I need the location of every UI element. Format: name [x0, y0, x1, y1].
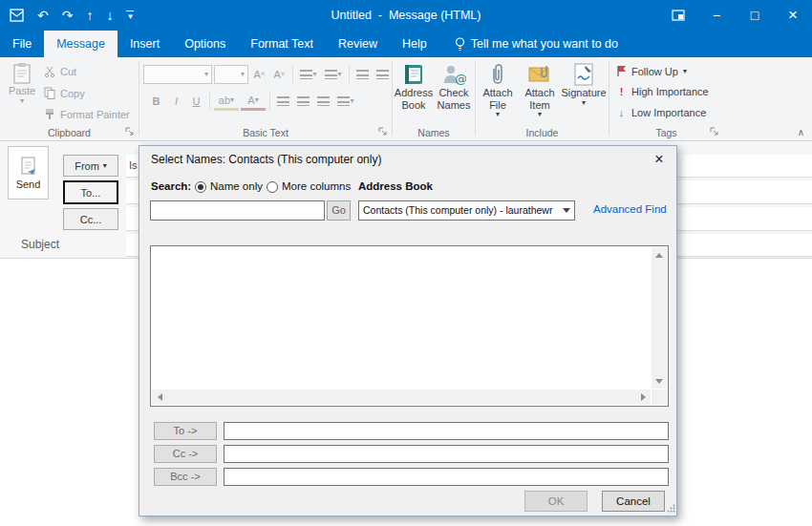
- contacts-list[interactable]: [150, 245, 669, 407]
- paragraph-dropdown-icon: ▾: [350, 97, 353, 105]
- underline-button[interactable]: U: [187, 92, 205, 111]
- high-importance-button[interactable]: ! High Importance: [616, 86, 709, 97]
- high-importance-icon: !: [616, 86, 627, 97]
- attach-item-button[interactable]: Attach Item ▾: [520, 62, 560, 129]
- scrollbar-corner: [652, 389, 667, 405]
- advanced-find-link[interactable]: Advanced Find: [593, 203, 667, 215]
- bold-button[interactable]: B: [147, 92, 165, 111]
- maximize-button[interactable]: □: [736, 0, 774, 31]
- address-book-label: Address Book: [395, 87, 433, 111]
- tell-me-box[interactable]: Tell me what you want to do: [455, 31, 618, 57]
- signature-button[interactable]: Signature ▾: [562, 62, 606, 129]
- go-button[interactable]: Go: [327, 200, 351, 221]
- high-importance-label: High Importance: [631, 86, 709, 97]
- paste-label: Paste: [9, 85, 35, 97]
- highlight-button[interactable]: ab▾: [214, 92, 239, 111]
- send-button[interactable]: Send: [8, 146, 49, 200]
- attach-file-button[interactable]: Attach File ▾: [478, 62, 518, 129]
- align-right-button[interactable]: [314, 92, 332, 111]
- italic-button[interactable]: I: [167, 92, 185, 111]
- address-book-button[interactable]: Address Book: [395, 62, 433, 129]
- address-book-dropdown-icon[interactable]: [559, 201, 574, 220]
- resize-grip[interactable]: [667, 503, 675, 515]
- format-painter-button[interactable]: Format Painter: [44, 108, 130, 120]
- tab-message[interactable]: Message: [44, 31, 118, 57]
- paste-icon: [12, 62, 32, 85]
- collapse-ribbon-button[interactable]: ∧: [798, 127, 804, 137]
- paste-button[interactable]: Paste ▾: [4, 62, 40, 129]
- dialog-close-button[interactable]: ×: [642, 146, 676, 173]
- bcc-arrow-button[interactable]: Bcc ->: [154, 468, 217, 486]
- cc-arrow-button[interactable]: Cc ->: [154, 445, 217, 463]
- tab-review[interactable]: Review: [326, 31, 390, 57]
- scroll-left-button[interactable]: [152, 389, 167, 405]
- paragraph-more-button[interactable]: ▾: [334, 92, 357, 111]
- send-icon: [20, 157, 37, 176]
- display-settings-icon[interactable]: [659, 0, 697, 31]
- low-importance-button[interactable]: ↓ Low Importance: [616, 107, 706, 118]
- clipboard-group-label: Clipboard: [0, 127, 139, 138]
- dialog-title-bar[interactable]: Select Names: Contacts (This computer on…: [139, 146, 676, 173]
- bullets-button[interactable]: ▾: [297, 65, 320, 84]
- tab-format-text[interactable]: Format Text: [238, 31, 326, 57]
- signature-label: Signature: [561, 87, 606, 99]
- font-color-button[interactable]: A▾: [241, 92, 266, 111]
- address-book-value: Contacts (This computer only) - laurathe…: [363, 204, 552, 216]
- tab-options[interactable]: Options: [172, 31, 238, 57]
- increase-indent-button[interactable]: [374, 65, 392, 84]
- scroll-right-button[interactable]: [635, 389, 651, 405]
- more-columns-radio[interactable]: [267, 181, 278, 193]
- cancel-button[interactable]: Cancel: [602, 491, 665, 512]
- basic-text-dialog-launcher[interactable]: [378, 127, 389, 137]
- to-button[interactable]: To...: [63, 180, 118, 204]
- font-name-combo[interactable]: ▾: [143, 65, 212, 84]
- copy-label: Copy: [60, 88, 85, 99]
- more-columns-label: More columns: [282, 180, 351, 192]
- horizontal-scrollbar[interactable]: [152, 389, 651, 405]
- grow-font-button[interactable]: A˄: [250, 65, 268, 84]
- cc-button[interactable]: Cc...: [63, 208, 118, 230]
- cc-recipients-input[interactable]: [224, 445, 669, 463]
- from-dropdown-icon: ▾: [103, 162, 107, 170]
- tags-dialog-launcher[interactable]: [710, 127, 720, 137]
- decrease-indent-button[interactable]: [353, 65, 372, 84]
- tab-insert[interactable]: Insert: [118, 31, 172, 57]
- follow-up-button[interactable]: Follow Up ▾: [616, 65, 687, 77]
- name-only-radio[interactable]: [195, 181, 206, 193]
- clipboard-dialog-launcher[interactable]: [125, 127, 136, 137]
- to-arrow-button[interactable]: To ->: [154, 422, 217, 440]
- justify-icon: [337, 96, 350, 106]
- tell-me-label: Tell me what you want to do: [471, 37, 618, 51]
- numbered-list-icon: [325, 70, 337, 79]
- numbering-button[interactable]: ▾: [322, 65, 345, 84]
- align-center-button[interactable]: [294, 92, 312, 111]
- bcc-recipients-input[interactable]: [224, 468, 669, 486]
- vertical-scrollbar[interactable]: [652, 247, 667, 389]
- font-size-dropdown-icon: ▾: [241, 71, 245, 78]
- scroll-up-button[interactable]: [652, 247, 667, 263]
- font-size-combo[interactable]: ▾: [214, 65, 248, 84]
- bold-glyph: B: [153, 95, 160, 107]
- flag-icon: [616, 65, 627, 77]
- to-recipients-input[interactable]: [224, 422, 669, 440]
- search-input[interactable]: [150, 200, 325, 221]
- address-book-select[interactable]: Contacts (This computer only) - laurathe…: [358, 200, 575, 221]
- from-button[interactable]: From ▾: [63, 155, 118, 177]
- tab-help[interactable]: Help: [390, 31, 439, 57]
- cut-button[interactable]: Cut: [44, 66, 76, 77]
- align-left-button[interactable]: [274, 92, 292, 111]
- decrease-indent-icon: [356, 70, 369, 79]
- minimize-button[interactable]: −: [697, 0, 736, 31]
- scroll-down-button[interactable]: [652, 373, 667, 389]
- address-book-icon: [401, 62, 426, 87]
- from-label: From: [75, 160, 99, 172]
- align-right-icon: [317, 96, 330, 106]
- close-window-button[interactable]: ×: [774, 0, 812, 31]
- highlight-glyph: ab: [219, 95, 230, 106]
- check-names-button[interactable]: @ Check Names: [435, 62, 473, 129]
- copy-button[interactable]: Copy: [44, 87, 85, 99]
- shrink-font-button[interactable]: A˅: [270, 65, 288, 84]
- tab-file[interactable]: File: [0, 31, 44, 57]
- ok-button[interactable]: OK: [524, 491, 588, 512]
- basic-text-group-label: Basic Text: [139, 127, 392, 138]
